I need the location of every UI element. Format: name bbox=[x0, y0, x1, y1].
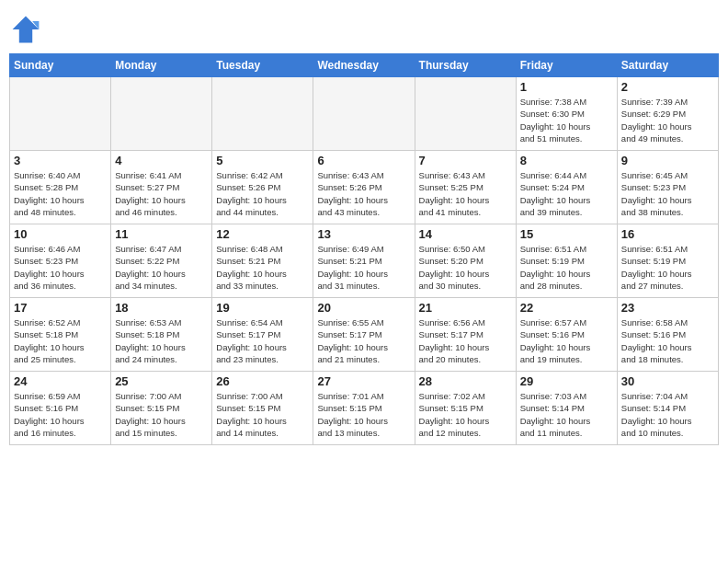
day-number: 1 bbox=[520, 80, 613, 94]
day-cell: 8Sunrise: 6:44 AM Sunset: 5:24 PM Daylig… bbox=[516, 151, 617, 224]
day-info: Sunrise: 6:44 AM Sunset: 5:24 PM Dayligh… bbox=[520, 169, 613, 218]
day-number: 17 bbox=[14, 301, 107, 315]
day-info: Sunrise: 7:03 AM Sunset: 5:14 PM Dayligh… bbox=[520, 390, 613, 439]
weekday-header-sunday: Sunday bbox=[10, 54, 111, 77]
day-info: Sunrise: 7:00 AM Sunset: 5:15 PM Dayligh… bbox=[216, 390, 309, 439]
day-info: Sunrise: 7:38 AM Sunset: 6:30 PM Dayligh… bbox=[520, 96, 613, 144]
day-info: Sunrise: 6:40 AM Sunset: 5:28 PM Dayligh… bbox=[14, 169, 107, 218]
day-cell bbox=[313, 77, 415, 151]
day-cell: 5Sunrise: 6:42 AM Sunset: 5:26 PM Daylig… bbox=[212, 151, 313, 224]
day-info: Sunrise: 6:46 AM Sunset: 5:23 PM Dayligh… bbox=[14, 243, 107, 292]
day-number: 28 bbox=[419, 374, 512, 388]
day-info: Sunrise: 6:50 AM Sunset: 5:20 PM Dayligh… bbox=[419, 243, 512, 292]
day-number: 22 bbox=[520, 301, 613, 315]
day-info: Sunrise: 6:51 AM Sunset: 5:19 PM Dayligh… bbox=[621, 243, 714, 292]
day-cell: 7Sunrise: 6:43 AM Sunset: 5:25 PM Daylig… bbox=[415, 151, 516, 224]
day-number: 3 bbox=[14, 154, 107, 167]
day-info: Sunrise: 6:56 AM Sunset: 5:17 PM Dayligh… bbox=[419, 316, 512, 365]
day-cell: 9Sunrise: 6:45 AM Sunset: 5:23 PM Daylig… bbox=[617, 151, 718, 224]
day-number: 16 bbox=[621, 227, 714, 241]
day-cell: 27Sunrise: 7:01 AM Sunset: 5:15 PM Dayli… bbox=[313, 372, 415, 445]
day-number: 4 bbox=[115, 154, 208, 167]
day-cell: 1Sunrise: 7:38 AM Sunset: 6:30 PM Daylig… bbox=[516, 77, 617, 151]
day-cell: 22Sunrise: 6:57 AM Sunset: 5:16 PM Dayli… bbox=[516, 298, 617, 372]
weekday-header-thursday: Thursday bbox=[415, 54, 516, 77]
day-cell: 19Sunrise: 6:54 AM Sunset: 5:17 PM Dayli… bbox=[212, 298, 313, 372]
day-number: 30 bbox=[621, 374, 714, 388]
day-number: 8 bbox=[520, 154, 613, 167]
day-cell: 25Sunrise: 7:00 AM Sunset: 5:15 PM Dayli… bbox=[111, 372, 212, 445]
day-number: 9 bbox=[621, 154, 714, 167]
week-row-3: 10Sunrise: 6:46 AM Sunset: 5:23 PM Dayli… bbox=[10, 224, 719, 298]
logo-icon bbox=[9, 13, 42, 46]
day-cell bbox=[415, 77, 516, 151]
day-cell: 11Sunrise: 6:47 AM Sunset: 5:22 PM Dayli… bbox=[111, 224, 212, 298]
day-cell: 2Sunrise: 7:39 AM Sunset: 6:29 PM Daylig… bbox=[617, 77, 718, 151]
day-info: Sunrise: 6:48 AM Sunset: 5:21 PM Dayligh… bbox=[216, 243, 309, 292]
week-row-5: 24Sunrise: 6:59 AM Sunset: 5:16 PM Dayli… bbox=[10, 372, 719, 445]
week-row-1: 1Sunrise: 7:38 AM Sunset: 6:30 PM Daylig… bbox=[10, 77, 719, 151]
day-number: 7 bbox=[419, 154, 512, 167]
day-cell: 13Sunrise: 6:49 AM Sunset: 5:21 PM Dayli… bbox=[313, 224, 415, 298]
day-number: 21 bbox=[419, 301, 512, 315]
day-info: Sunrise: 6:41 AM Sunset: 5:27 PM Dayligh… bbox=[115, 169, 208, 218]
day-cell: 12Sunrise: 6:48 AM Sunset: 5:21 PM Dayli… bbox=[212, 224, 313, 298]
day-cell: 23Sunrise: 6:58 AM Sunset: 5:16 PM Dayli… bbox=[617, 298, 718, 372]
weekday-header-friday: Friday bbox=[516, 54, 617, 77]
logo bbox=[9, 13, 46, 46]
day-cell: 10Sunrise: 6:46 AM Sunset: 5:23 PM Dayli… bbox=[10, 224, 111, 298]
day-info: Sunrise: 7:00 AM Sunset: 5:15 PM Dayligh… bbox=[115, 390, 208, 439]
day-info: Sunrise: 6:42 AM Sunset: 5:26 PM Dayligh… bbox=[216, 169, 309, 218]
day-number: 6 bbox=[317, 154, 410, 167]
day-number: 29 bbox=[520, 374, 613, 388]
day-number: 13 bbox=[317, 227, 410, 241]
day-info: Sunrise: 6:54 AM Sunset: 5:17 PM Dayligh… bbox=[216, 316, 309, 365]
day-number: 15 bbox=[520, 227, 613, 241]
day-info: Sunrise: 6:55 AM Sunset: 5:17 PM Dayligh… bbox=[317, 316, 410, 365]
day-number: 20 bbox=[317, 301, 410, 315]
day-cell bbox=[10, 77, 111, 151]
day-cell: 16Sunrise: 6:51 AM Sunset: 5:19 PM Dayli… bbox=[617, 224, 718, 298]
day-number: 27 bbox=[317, 374, 410, 388]
day-cell: 26Sunrise: 7:00 AM Sunset: 5:15 PM Dayli… bbox=[212, 372, 313, 445]
day-info: Sunrise: 6:47 AM Sunset: 5:22 PM Dayligh… bbox=[115, 243, 208, 292]
day-cell: 17Sunrise: 6:52 AM Sunset: 5:18 PM Dayli… bbox=[10, 298, 111, 372]
day-number: 11 bbox=[115, 227, 208, 241]
day-number: 25 bbox=[115, 374, 208, 388]
day-cell: 6Sunrise: 6:43 AM Sunset: 5:26 PM Daylig… bbox=[313, 151, 415, 224]
day-cell: 3Sunrise: 6:40 AM Sunset: 5:28 PM Daylig… bbox=[10, 151, 111, 224]
day-number: 12 bbox=[216, 227, 309, 241]
weekday-header-wednesday: Wednesday bbox=[313, 54, 415, 77]
day-info: Sunrise: 7:39 AM Sunset: 6:29 PM Dayligh… bbox=[621, 96, 714, 144]
day-cell bbox=[212, 77, 313, 151]
day-cell: 21Sunrise: 6:56 AM Sunset: 5:17 PM Dayli… bbox=[415, 298, 516, 372]
day-number: 24 bbox=[14, 374, 107, 388]
day-info: Sunrise: 7:01 AM Sunset: 5:15 PM Dayligh… bbox=[317, 390, 410, 439]
day-number: 19 bbox=[216, 301, 309, 315]
day-info: Sunrise: 6:43 AM Sunset: 5:26 PM Dayligh… bbox=[317, 169, 410, 218]
calendar-table: SundayMondayTuesdayWednesdayThursdayFrid… bbox=[9, 53, 719, 445]
calendar-header: SundayMondayTuesdayWednesdayThursdayFrid… bbox=[10, 54, 719, 77]
day-cell: 14Sunrise: 6:50 AM Sunset: 5:20 PM Dayli… bbox=[415, 224, 516, 298]
day-number: 23 bbox=[621, 301, 714, 315]
day-cell: 29Sunrise: 7:03 AM Sunset: 5:14 PM Dayli… bbox=[516, 372, 617, 445]
day-info: Sunrise: 6:49 AM Sunset: 5:21 PM Dayligh… bbox=[317, 243, 410, 292]
day-cell: 4Sunrise: 6:41 AM Sunset: 5:27 PM Daylig… bbox=[111, 151, 212, 224]
day-number: 10 bbox=[14, 227, 107, 241]
day-number: 14 bbox=[419, 227, 512, 241]
page-header bbox=[9, 9, 719, 46]
weekday-header-monday: Monday bbox=[111, 54, 212, 77]
day-number: 2 bbox=[621, 80, 714, 94]
svg-marker-0 bbox=[13, 17, 40, 43]
day-info: Sunrise: 6:51 AM Sunset: 5:19 PM Dayligh… bbox=[520, 243, 613, 292]
week-row-2: 3Sunrise: 6:40 AM Sunset: 5:28 PM Daylig… bbox=[10, 151, 719, 224]
day-info: Sunrise: 6:43 AM Sunset: 5:25 PM Dayligh… bbox=[419, 169, 512, 218]
weekday-header-tuesday: Tuesday bbox=[212, 54, 313, 77]
day-info: Sunrise: 6:52 AM Sunset: 5:18 PM Dayligh… bbox=[14, 316, 107, 365]
day-cell: 18Sunrise: 6:53 AM Sunset: 5:18 PM Dayli… bbox=[111, 298, 212, 372]
day-info: Sunrise: 7:02 AM Sunset: 5:15 PM Dayligh… bbox=[419, 390, 512, 439]
weekday-header-saturday: Saturday bbox=[617, 54, 718, 77]
day-cell bbox=[111, 77, 212, 151]
header-row: SundayMondayTuesdayWednesdayThursdayFrid… bbox=[10, 54, 719, 77]
day-number: 18 bbox=[115, 301, 208, 315]
